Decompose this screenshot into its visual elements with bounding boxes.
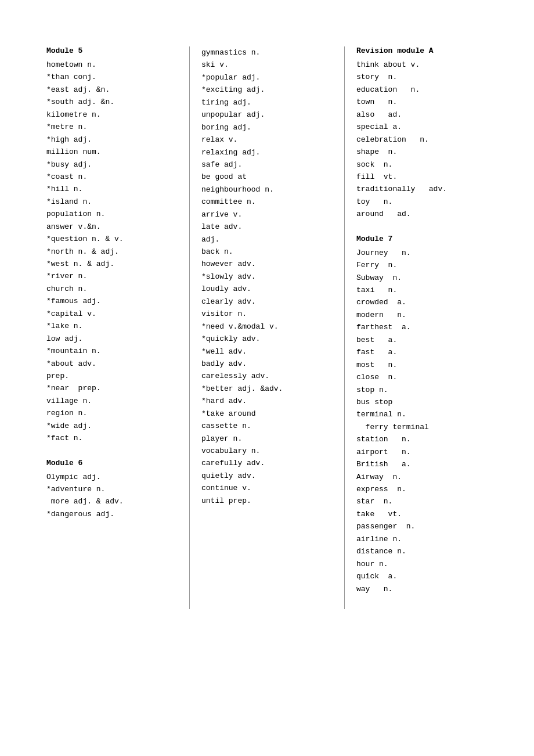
- word-entry-1-0-9: safe adj.: [201, 159, 333, 171]
- word-entry-2-1-16: airport n.: [356, 446, 488, 458]
- word-entry-1-0-35: continue v.: [201, 482, 333, 494]
- word-entry-0-0-15: *north n. & adj.: [46, 246, 178, 258]
- word-entry-2-1-5: modern n.: [356, 309, 488, 321]
- word-entry-0-0-14: *question n. & v.: [46, 233, 178, 245]
- word-entry-1-0-27: *better adj. &adv.: [201, 383, 333, 395]
- word-entry-1-0-19: loudly adv.: [201, 283, 333, 295]
- word-entry-2-1-24: distance n.: [356, 545, 488, 557]
- word-entry-1-0-31: player n.: [201, 433, 333, 445]
- word-entry-2-1-27: way n.: [356, 583, 488, 595]
- word-entry-0-0-13: answer v.&n.: [46, 221, 178, 233]
- word-entry-1-0-16: back n.: [201, 246, 333, 258]
- section-0-1: Module 6Olympic adj.*adventure n. more a…: [46, 459, 178, 521]
- word-entry-2-0-3: town n.: [356, 96, 488, 108]
- word-entry-2-0-9: fill vt.: [356, 171, 488, 183]
- word-entry-2-1-18: Airway n.: [356, 471, 488, 483]
- word-entry-1-0-32: vocabulary n.: [201, 445, 333, 457]
- word-entry-2-0-1: story n.: [356, 71, 488, 83]
- word-entry-2-0-7: shape n.: [356, 146, 488, 158]
- word-entry-2-1-14: ferry terminal: [356, 421, 488, 433]
- word-entry-0-0-18: church n.: [46, 283, 178, 295]
- word-entry-1-0-24: *well adv.: [201, 345, 333, 358]
- word-entry-1-0-33: carefully adv.: [201, 457, 333, 469]
- word-entry-0-0-11: *island n.: [46, 196, 178, 208]
- word-entry-2-1-1: Ferry n.: [356, 259, 488, 271]
- word-entry-1-0-23: *quickly adv.: [201, 333, 333, 345]
- section-0-0: Module 5hometown n.*than conj.*east adj.…: [46, 46, 178, 445]
- word-entry-1-0-8: relaxing adj.: [201, 146, 333, 159]
- word-entry-1-0-30: cassette n.: [201, 420, 333, 432]
- word-entry-2-1-15: station n.: [356, 433, 488, 445]
- word-entry-0-0-29: *wide adj.: [46, 420, 178, 432]
- word-entry-0-0-7: million num.: [46, 146, 178, 158]
- word-entry-1-0-36: until prep.: [201, 495, 333, 507]
- word-entry-0-0-24: *about adv.: [46, 358, 178, 370]
- section-2-1: Module 7Journey n.Ferry n.Subway n.taxi …: [356, 235, 488, 595]
- word-entry-2-0-2: education n.: [356, 84, 488, 96]
- column-2: Revision module Athink about v.story n.e…: [356, 46, 499, 609]
- word-entry-2-0-4: also ad.: [356, 109, 488, 121]
- word-entry-2-0-12: around ad.: [356, 208, 488, 220]
- word-entry-1-0-7: relax v.: [201, 134, 333, 146]
- word-entry-0-0-10: *hill n.: [46, 183, 178, 195]
- module-title-0-0: Module 5: [46, 46, 178, 55]
- word-entry-2-1-6: farthest a.: [356, 321, 488, 333]
- word-entry-2-1-7: best a.: [356, 334, 488, 346]
- word-entry-0-0-1: *than conj.: [46, 71, 178, 83]
- word-entry-0-0-4: kilometre n.: [46, 109, 178, 121]
- word-entry-2-1-0: Journey n.: [356, 247, 488, 259]
- word-entry-0-0-28: region n.: [46, 407, 178, 419]
- module-title-0-1: Module 6: [46, 459, 178, 467]
- word-entry-1-0-6: boring adj.: [201, 121, 333, 134]
- word-entry-2-1-20: star n.: [356, 495, 488, 507]
- word-entry-1-0-29: *take around: [201, 408, 333, 420]
- word-entry-2-1-22: passenger n.: [356, 520, 488, 532]
- word-entry-1-0-25: badly adv.: [201, 358, 333, 370]
- word-entry-0-0-22: low adj.: [46, 333, 178, 345]
- word-entry-1-0-13: arrive v.: [201, 208, 333, 221]
- word-entry-0-1-0: Olympic adj.: [46, 471, 178, 483]
- word-entry-1-0-1: ski v.: [201, 59, 333, 71]
- word-entry-2-1-25: hour n.: [356, 558, 488, 570]
- word-entry-0-0-27: village n.: [46, 395, 178, 407]
- word-entry-1-0-28: *hard adv.: [201, 395, 333, 407]
- module-title-2-1: Module 7: [356, 235, 488, 243]
- word-entry-2-1-23: airline n.: [356, 533, 488, 545]
- word-entry-1-0-4: tiring adj.: [201, 96, 333, 109]
- column-0: Module 5hometown n.*than conj.*east adj.…: [46, 46, 190, 609]
- word-entry-2-1-3: taxi n.: [356, 284, 488, 296]
- word-entry-1-0-17: however adv.: [201, 258, 333, 270]
- word-entry-1-0-18: *slowly adv.: [201, 271, 333, 283]
- word-entry-0-0-5: *metre n.: [46, 121, 178, 133]
- word-entry-2-1-26: quick a.: [356, 570, 488, 582]
- word-entry-1-0-0: gymnastics n.: [201, 46, 333, 59]
- word-entry-0-1-1: *adventure n.: [46, 483, 178, 495]
- word-entry-2-0-11: toy n.: [356, 196, 488, 208]
- word-entry-0-0-8: *busy adj.: [46, 159, 178, 171]
- word-entry-0-0-3: *south adj. &n.: [46, 96, 178, 108]
- word-entry-0-0-12: population n.: [46, 208, 178, 220]
- column-1: gymnastics n.ski v.*popular adj.*excitin…: [201, 46, 345, 609]
- word-entry-1-0-11: neighbourhood n.: [201, 183, 333, 196]
- word-entry-2-1-2: Subway n.: [356, 272, 488, 284]
- word-entry-2-1-12: bus stop: [356, 396, 488, 408]
- word-entry-0-0-23: *mountain n.: [46, 345, 178, 357]
- word-entry-0-0-0: hometown n.: [46, 59, 178, 71]
- word-entry-1-0-34: quietly adv.: [201, 470, 333, 482]
- word-entry-0-0-30: *fact n.: [46, 432, 178, 444]
- word-entry-0-0-16: *west n. & adj.: [46, 258, 178, 270]
- module-title-2-0: Revision module A: [356, 46, 488, 55]
- word-entry-2-1-11: stop n.: [356, 384, 488, 396]
- word-entry-2-1-13: terminal n.: [356, 408, 488, 420]
- section-1-0: gymnastics n.ski v.*popular adj.*excitin…: [201, 46, 333, 507]
- word-entry-2-1-4: crowded a.: [356, 296, 488, 308]
- word-entry-0-0-2: *east adj. &n.: [46, 84, 178, 96]
- word-entry-2-1-9: most n.: [356, 359, 488, 371]
- word-entry-1-0-12: committee n.: [201, 196, 333, 208]
- page: Module 5hometown n.*than conj.*east adj.…: [0, 0, 534, 656]
- word-entry-2-0-5: special a.: [356, 121, 488, 133]
- word-entry-2-1-8: fast a.: [356, 346, 488, 358]
- word-entry-2-1-21: take vt.: [356, 508, 488, 520]
- word-entry-1-0-20: clearly adv.: [201, 296, 333, 308]
- word-entry-2-1-10: close n.: [356, 371, 488, 383]
